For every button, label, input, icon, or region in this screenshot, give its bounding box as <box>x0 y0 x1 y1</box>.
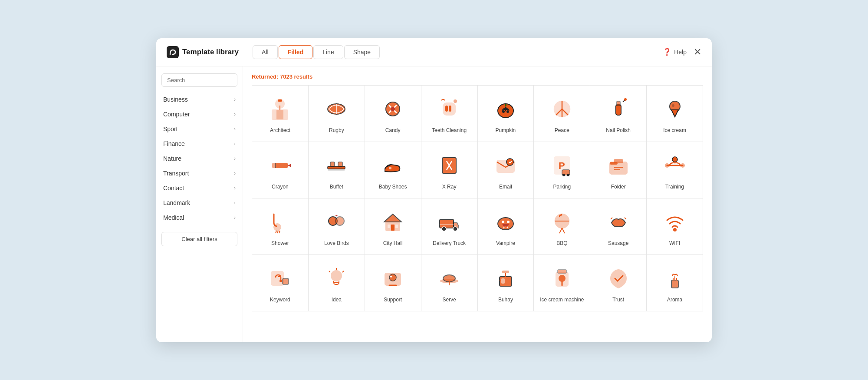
svg-line-86 <box>342 271 344 272</box>
icon-cell[interactable]: Candy <box>365 86 421 142</box>
ice-cream-icon <box>661 95 689 123</box>
sidebar-item-computer[interactable]: Computer › <box>156 107 243 122</box>
icon-cell[interactable]: Idea <box>309 255 365 311</box>
sidebar-item-nature[interactable]: Nature › <box>156 151 243 166</box>
icon-cell[interactable]: WIFI <box>647 198 703 255</box>
svg-point-37 <box>389 167 391 169</box>
icon-cell[interactable]: Teeth Cleaning <box>421 86 478 142</box>
icon-label: Serve <box>442 297 456 304</box>
bbq-icon <box>548 208 576 236</box>
icon-cell[interactable]: Delivery Truck <box>421 198 478 255</box>
email-icon <box>492 152 519 179</box>
svg-rect-23 <box>617 101 620 106</box>
icon-cell[interactable]: BBQ <box>534 198 590 255</box>
icon-cell[interactable]: X Ray <box>421 142 478 198</box>
tab-shape[interactable]: Shape <box>344 45 380 59</box>
icon-cell[interactable]: Folder <box>590 142 647 198</box>
svg-rect-96 <box>501 278 505 284</box>
tab-all[interactable]: All <box>253 45 278 59</box>
icon-cell[interactable]: Training <box>647 142 703 198</box>
svg-point-45 <box>567 174 569 176</box>
baby-shoes-icon <box>379 152 407 179</box>
sidebar-item-transport[interactable]: Transport › <box>156 166 243 181</box>
svg-rect-31 <box>272 163 276 168</box>
icon-cell[interactable]: Serve <box>421 255 478 311</box>
pumpkin-icon <box>492 95 519 123</box>
svg-rect-36 <box>328 169 345 171</box>
icon-cell[interactable]: Keyword <box>252 255 309 311</box>
tab-line[interactable]: Line <box>313 45 343 59</box>
icon-label: Candy <box>385 127 401 134</box>
svg-rect-48 <box>614 159 623 163</box>
teeth-cleaning-icon <box>435 95 463 123</box>
icon-label: Love Birds <box>324 240 349 247</box>
shower-icon <box>266 208 294 236</box>
svg-marker-62 <box>384 214 401 222</box>
sidebar-item-finance[interactable]: Finance › <box>156 136 243 151</box>
sidebar-item-business[interactable]: Business › <box>156 92 243 107</box>
icon-cell[interactable]: Vampire <box>478 198 534 255</box>
icon-cell[interactable]: Pumpkin <box>478 86 534 142</box>
tab-filled[interactable]: Filled <box>279 45 313 59</box>
results-header: Returned: 7023 results <box>252 73 703 80</box>
sidebar-item-landmark[interactable]: Landmark › <box>156 195 243 210</box>
sidebar-item-medical[interactable]: Medical › <box>156 210 243 225</box>
svg-point-53 <box>665 163 669 168</box>
svg-point-91 <box>390 276 392 278</box>
clear-filters-button[interactable]: Clear all filters <box>161 232 237 246</box>
icon-cell[interactable]: Buhay <box>478 255 534 311</box>
architect-icon <box>266 95 294 123</box>
icon-cell[interactable]: Peace <box>534 86 590 142</box>
svg-point-72 <box>502 221 504 223</box>
icon-cell[interactable]: Sausage <box>590 198 647 255</box>
chevron-icon: › <box>234 141 236 147</box>
help-button[interactable]: ❓ Help <box>663 48 687 56</box>
icon-cell[interactable]: Buffet <box>309 142 365 198</box>
icon-label: Shower <box>271 240 289 247</box>
candy-icon <box>379 95 407 123</box>
icon-label: Teeth Cleaning <box>432 127 467 134</box>
icon-cell[interactable]: Nail Polish <box>590 86 647 142</box>
icon-label: Aroma <box>667 297 682 304</box>
icon-cell[interactable]: Aroma <box>647 255 703 311</box>
icon-label: WIFI <box>669 240 680 247</box>
icon-label: Architect <box>270 127 290 134</box>
icon-cell[interactable]: Ice cream <box>647 86 703 142</box>
icon-label: Crayon <box>272 184 289 191</box>
chevron-icon: › <box>234 155 236 162</box>
icon-label: Pumpkin <box>496 127 516 134</box>
icon-cell[interactable]: Love Birds <box>309 198 365 255</box>
svg-rect-35 <box>338 162 342 166</box>
svg-rect-97 <box>502 271 509 273</box>
peace-icon <box>548 95 576 123</box>
icon-cell[interactable]: Support <box>365 255 421 311</box>
svg-rect-66 <box>395 225 398 228</box>
logo-area: Template library <box>167 46 239 58</box>
chevron-icon: › <box>234 126 236 132</box>
icon-cell[interactable]: Email <box>478 142 534 198</box>
icon-cell[interactable]: Architect <box>252 86 309 142</box>
svg-line-56 <box>276 231 276 233</box>
icon-cell[interactable]: Rugby <box>309 86 365 142</box>
sidebar-item-contact[interactable]: Contact › <box>156 181 243 195</box>
icon-cell[interactable]: P Parking <box>534 142 590 198</box>
svg-point-25 <box>624 98 627 101</box>
icon-cell[interactable]: City Hall <box>365 198 421 255</box>
help-circle-icon: ❓ <box>663 48 671 56</box>
icon-label: Parking <box>553 184 571 191</box>
icon-cell[interactable]: Trust <box>590 255 647 311</box>
icon-label: Vampire <box>496 240 515 247</box>
icon-cell[interactable]: Shower <box>252 198 309 255</box>
svg-line-76 <box>559 228 562 233</box>
sidebar-item-sport[interactable]: Sport › <box>156 122 243 136</box>
svg-rect-10 <box>445 106 448 112</box>
icon-label: Ice cream <box>663 127 686 134</box>
svg-rect-17 <box>505 104 506 106</box>
close-button[interactable]: ✕ <box>694 47 701 57</box>
icon-cell[interactable]: Crayon <box>252 142 309 198</box>
svg-rect-103 <box>558 270 566 273</box>
vampire-icon <box>492 208 519 236</box>
search-input[interactable] <box>161 73 237 87</box>
icon-cell[interactable]: Baby Shoes <box>365 142 421 198</box>
icon-cell[interactable]: Ice cream machine <box>534 255 590 311</box>
